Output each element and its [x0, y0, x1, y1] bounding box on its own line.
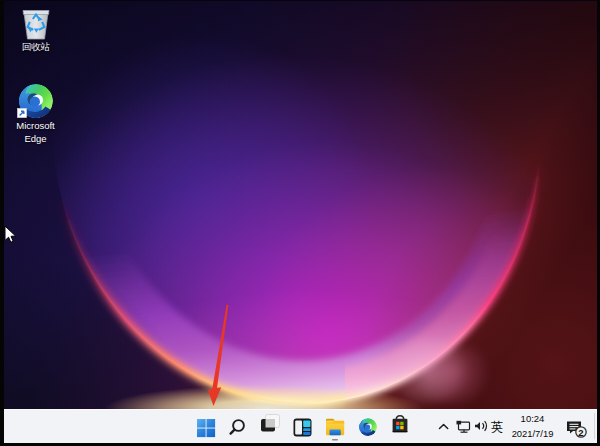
- svg-text:英: 英: [491, 420, 504, 434]
- svg-text:2: 2: [578, 427, 583, 438]
